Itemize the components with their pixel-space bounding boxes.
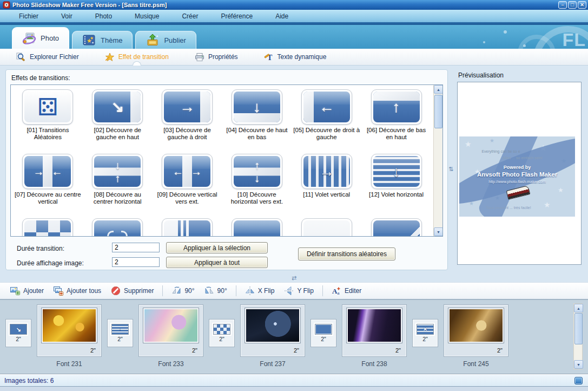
transition-tile-card: ←→ [162,154,213,189]
menu-item-aide[interactable]: Aide [264,12,300,20]
transition-item[interactable]: ↓[04] Découvre de haut en bas [222,89,292,154]
feature-item-proprietes[interactable]: Propriétés [195,53,238,62]
feature-item-label: Effet de transition [118,53,169,61]
random-transitions-button[interactable]: Définir transitions aléatoires [298,247,395,260]
scroll-down-button[interactable]: ▼ [434,227,443,236]
transition-item[interactable]: ⚄[01] Transitions Aléatoires [13,89,83,154]
transition-item-partial[interactable] [83,218,153,237]
transition-item[interactable]: ↓[12] Volet horizontal [361,154,431,218]
chip-duration: 2" [219,336,224,342]
watermark-powered-by: Powered by [459,165,575,170]
toolbar-button-x-flip[interactable]: X Flip [240,284,280,297]
filmstrip-item-font-231[interactable]: 2"Font 231 [37,304,102,368]
toolbar-button-90[interactable]: 90° [200,284,232,297]
status-bar: Images totales: 6 [0,374,588,386]
transitions-scrollbar[interactable]: ▲ ▼ [433,85,442,236]
menu-item-musique[interactable]: Musique [123,12,170,20]
transition-tile-card: ↘ [92,89,143,125]
toolbar-button-90[interactable]: 90° [167,284,199,297]
arrows-out-vertical-icon: ←→ [164,156,210,187]
minimize-button[interactable]: – [558,1,567,9]
scrollbar-thumb[interactable] [434,95,442,128]
transition-item[interactable]: →[11] Volet vertical [292,154,361,218]
menu-item-fichier[interactable]: Fichier [8,12,50,20]
transition-item[interactable]: →←[07] Découvre au centre vertical [13,154,83,218]
status-tray-icon[interactable] [574,377,583,385]
filmstrip-transition-chip[interactable]: 2" [412,319,438,347]
chip-duration: 2" [321,336,326,342]
toolbar-separator [162,285,163,296]
tab-publier[interactable]: ✦Publier [135,31,196,49]
transition-item-partial[interactable] [292,218,361,237]
mini-stripes-icon [111,324,129,335]
status-text: Images totales: 6 [4,377,54,385]
watermark-brand: Anvsoft Photo Flash Maker [459,171,575,178]
toolbar-button-y-flip[interactable]: Y Flip [279,284,318,297]
filmstrip-scroll-down-button[interactable]: ▼ [574,360,583,369]
rotate-left-icon [171,286,181,296]
transition-duration-input[interactable] [112,243,160,252]
filmstrip-transition-chip[interactable]: 2" [209,319,235,347]
filmstrip-transition-chip[interactable]: 2" [310,319,336,347]
menu-item-voir[interactable]: Voir [50,12,84,20]
feature-item-texte-dynamique[interactable]: TTexte dynamique [264,53,327,62]
filmstrip-transition-chip[interactable]: 2" [5,319,31,347]
transition-item[interactable]: ↑↓[10] Découvre horizontal vers ext. [222,154,292,218]
filmstrip-item-font-233[interactable]: 2"Font 233 [138,304,203,368]
film-theme-icon: ★★✦ [82,33,96,47]
photo-thumbnail [448,308,504,343]
close-button[interactable]: ✕ [578,1,586,9]
horizontal-splitter[interactable]: ⇄ [0,274,588,282]
display-duration-label: Durée affichage image: [17,259,84,267]
vertical-splitter[interactable]: ⇅ [449,66,454,274]
feature-item-exploreur-fichier[interactable]: Exploreur Fichier [16,53,79,62]
transition-tile-card: → [162,89,213,125]
filmstrip-item-font-245[interactable]: 2"Font 245 [444,304,508,368]
printer-icon [195,53,204,62]
star-decoration: ★ [465,140,472,148]
apply-all-button[interactable]: Appliquer à tout [166,257,268,268]
chip-duration: 2" [117,336,123,342]
menu-item-photo[interactable]: Photo [84,12,123,20]
toolbar-button-ajouter[interactable]: Ajouter [5,284,49,297]
transition-item[interactable]: ↘[02] Découvre de gauche en haut [83,89,153,154]
transition-item[interactable]: ↑[06] Découvre de bas en haut [361,89,431,154]
transition-item[interactable]: ←→[09] Découvre vertical vers ext. [153,154,222,218]
apply-selection-button[interactable]: Appliquer à la sélection [166,242,268,253]
display-duration-input[interactable] [112,257,160,267]
transition-item[interactable]: ↓↑[08] Découvre au centrer horizontal [83,154,153,218]
maximize-button[interactable]: □ [568,1,577,9]
photo-card: 2" [342,304,407,357]
toolbar-button-supprimer[interactable]: Supprimer [106,284,158,297]
toolbar-button-editer[interactable]: AaEditer [327,284,366,297]
transition-item-partial[interactable] [222,218,292,237]
feature-item-effet-de-transition[interactable]: Effet de transition [105,53,169,62]
photo-thumbnail [245,308,300,343]
filmstrip-scroll-up-button[interactable]: ▲ [574,304,583,312]
transition-tile-card [371,218,422,237]
svg-text:a: a [337,290,339,296]
publish-box-icon: ✦ [146,33,160,47]
filmstrip-item-font-237[interactable]: 2"Font 237 [240,304,305,368]
scroll-up-button[interactable]: ▲ [434,85,443,94]
blinds-horizontal-icon: ↓ [373,156,420,187]
transition-item-partial[interactable] [361,218,431,237]
toolbar-button-ajouter-tous[interactable]: Ajouter tous [49,284,106,297]
filmstrip-item-font-238[interactable]: 2"Font 238 [342,304,407,368]
transition-item-partial[interactable] [153,218,222,237]
main-content: Effets de transitions: ⚄[01] Transitions… [0,66,588,274]
menu-item-creer[interactable]: Créer [170,12,209,20]
menu-item-preference[interactable]: Préférence [209,12,264,20]
toolbar-button-label: 90° [184,287,194,295]
transition-tile-card: ↓ [232,89,282,125]
tab-theme[interactable]: ★★✦Thème [72,31,133,49]
tab-photo[interactable]: Photo [12,27,69,49]
transition-item[interactable]: ←[05] Découvre de droit à gauche [292,89,361,154]
filmstrip-scrollbar[interactable]: ▲▼ [573,303,583,369]
transition-item-partial[interactable] [13,218,83,237]
transition-item[interactable]: →[03] Découvre de gauche à droit [153,89,222,154]
photo-card: 2" [138,304,203,357]
toolbar-separator [322,285,323,296]
filmstrip-transition-chip[interactable]: 2" [107,319,133,347]
filmstrip-scrollbar-thumb[interactable] [574,313,583,344]
